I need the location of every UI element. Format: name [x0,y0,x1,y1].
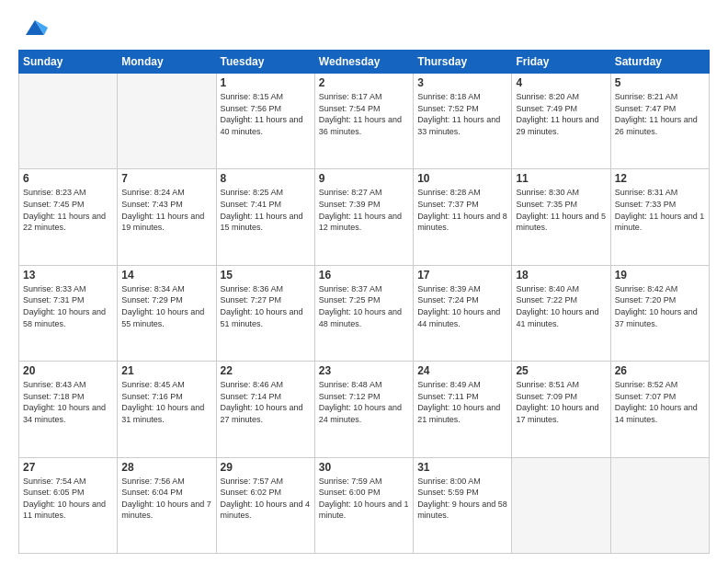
calendar-cell: 27Sunrise: 7:54 AM Sunset: 6:05 PM Dayli… [19,457,118,553]
calendar-cell: 25Sunrise: 8:51 AM Sunset: 7:09 PM Dayli… [512,362,610,457]
cell-info: Sunrise: 8:48 AM Sunset: 7:12 PM Dayligh… [319,379,409,425]
calendar-cell: 30Sunrise: 7:59 AM Sunset: 6:00 PM Dayli… [314,457,413,553]
header [18,15,710,40]
cell-info: Sunrise: 8:46 AM Sunset: 7:14 PM Dayligh… [221,379,311,425]
calendar-cell: 12Sunrise: 8:31 AM Sunset: 7:33 PM Dayli… [610,169,709,265]
calendar-cell: 13Sunrise: 8:33 AM Sunset: 7:31 PM Dayli… [19,265,118,361]
calendar-cell: 28Sunrise: 7:56 AM Sunset: 6:04 PM Dayli… [118,457,216,553]
cell-info: Sunrise: 8:30 AM Sunset: 7:35 PM Dayligh… [516,187,606,233]
day-number: 16 [319,269,409,282]
calendar-cell: 5Sunrise: 8:21 AM Sunset: 7:47 PM Daylig… [610,74,709,169]
cell-info: Sunrise: 8:34 AM Sunset: 7:29 PM Dayligh… [121,283,211,329]
cell-info: Sunrise: 8:25 AM Sunset: 7:41 PM Dayligh… [221,187,311,233]
cell-info: Sunrise: 8:39 AM Sunset: 7:24 PM Dayligh… [417,283,507,329]
calendar-week-row: 20Sunrise: 8:43 AM Sunset: 7:18 PM Dayli… [19,362,710,457]
calendar-cell: 24Sunrise: 8:49 AM Sunset: 7:11 PM Dayli… [414,362,512,457]
calendar-week-row: 6Sunrise: 8:23 AM Sunset: 7:45 PM Daylig… [19,169,710,265]
calendar-cell: 1Sunrise: 8:15 AM Sunset: 7:56 PM Daylig… [216,74,314,169]
weekday-header: Thursday [414,51,512,74]
cell-info: Sunrise: 8:17 AM Sunset: 7:54 PM Dayligh… [319,91,409,137]
weekday-header: Saturday [610,51,709,74]
cell-info: Sunrise: 8:40 AM Sunset: 7:22 PM Dayligh… [516,283,606,329]
logo [18,15,48,40]
calendar-body: 1Sunrise: 8:15 AM Sunset: 7:56 PM Daylig… [19,74,710,554]
cell-info: Sunrise: 7:54 AM Sunset: 6:05 PM Dayligh… [23,476,113,522]
cell-info: Sunrise: 8:28 AM Sunset: 7:37 PM Dayligh… [417,187,507,233]
cell-info: Sunrise: 8:51 AM Sunset: 7:09 PM Dayligh… [516,379,606,425]
cell-info: Sunrise: 8:21 AM Sunset: 7:47 PM Dayligh… [615,91,705,137]
calendar-week-row: 1Sunrise: 8:15 AM Sunset: 7:56 PM Daylig… [19,74,710,169]
day-number: 5 [615,76,705,89]
day-number: 25 [516,364,606,377]
calendar-header: SundayMondayTuesdayWednesdayThursdayFrid… [19,51,710,74]
day-number: 30 [319,461,409,474]
calendar-cell: 17Sunrise: 8:39 AM Sunset: 7:24 PM Dayli… [414,265,512,361]
cell-info: Sunrise: 8:52 AM Sunset: 7:07 PM Dayligh… [615,379,705,425]
calendar-cell [19,74,118,169]
calendar-cell: 18Sunrise: 8:40 AM Sunset: 7:22 PM Dayli… [512,265,610,361]
calendar-cell: 6Sunrise: 8:23 AM Sunset: 7:45 PM Daylig… [19,169,118,265]
cell-info: Sunrise: 8:42 AM Sunset: 7:20 PM Dayligh… [615,283,705,329]
day-number: 17 [417,269,507,282]
cell-info: Sunrise: 8:33 AM Sunset: 7:31 PM Dayligh… [23,283,113,329]
day-number: 6 [23,172,113,185]
cell-info: Sunrise: 8:00 AM Sunset: 5:59 PM Dayligh… [417,476,507,522]
cell-info: Sunrise: 8:43 AM Sunset: 7:18 PM Dayligh… [23,379,113,425]
calendar-cell: 29Sunrise: 7:57 AM Sunset: 6:02 PM Dayli… [216,457,314,553]
calendar-cell: 26Sunrise: 8:52 AM Sunset: 7:07 PM Dayli… [610,362,709,457]
cell-info: Sunrise: 8:49 AM Sunset: 7:11 PM Dayligh… [417,379,507,425]
day-number: 10 [417,172,507,185]
weekday-header: Monday [118,51,216,74]
day-number: 23 [319,364,409,377]
calendar-week-row: 27Sunrise: 7:54 AM Sunset: 6:05 PM Dayli… [19,457,710,553]
cell-info: Sunrise: 8:37 AM Sunset: 7:25 PM Dayligh… [319,283,409,329]
calendar-cell [512,457,610,553]
calendar-cell: 20Sunrise: 8:43 AM Sunset: 7:18 PM Dayli… [19,362,118,457]
cell-info: Sunrise: 8:31 AM Sunset: 7:33 PM Dayligh… [615,187,705,233]
calendar-cell: 8Sunrise: 8:25 AM Sunset: 7:41 PM Daylig… [216,169,314,265]
weekday-header: Wednesday [314,51,413,74]
logo-icon [22,15,48,40]
cell-info: Sunrise: 7:57 AM Sunset: 6:02 PM Dayligh… [221,476,311,522]
day-number: 24 [417,364,507,377]
day-number: 26 [615,364,705,377]
cell-info: Sunrise: 8:23 AM Sunset: 7:45 PM Dayligh… [23,187,113,233]
calendar-cell: 7Sunrise: 8:24 AM Sunset: 7:43 PM Daylig… [118,169,216,265]
calendar-cell: 22Sunrise: 8:46 AM Sunset: 7:14 PM Dayli… [216,362,314,457]
calendar-cell: 10Sunrise: 8:28 AM Sunset: 7:37 PM Dayli… [414,169,512,265]
day-number: 9 [319,172,409,185]
day-number: 14 [121,269,211,282]
day-number: 19 [615,269,705,282]
day-number: 4 [516,76,606,89]
day-number: 1 [221,76,311,89]
day-number: 11 [516,172,606,185]
day-number: 13 [23,269,113,282]
calendar-cell: 11Sunrise: 8:30 AM Sunset: 7:35 PM Dayli… [512,169,610,265]
calendar-table: SundayMondayTuesdayWednesdayThursdayFrid… [18,50,710,554]
cell-info: Sunrise: 8:15 AM Sunset: 7:56 PM Dayligh… [221,91,311,137]
day-number: 20 [23,364,113,377]
calendar-cell: 9Sunrise: 8:27 AM Sunset: 7:39 PM Daylig… [314,169,413,265]
day-number: 7 [121,172,211,185]
calendar-cell [610,457,709,553]
cell-info: Sunrise: 8:24 AM Sunset: 7:43 PM Dayligh… [121,187,211,233]
day-number: 31 [417,461,507,474]
calendar-cell: 2Sunrise: 8:17 AM Sunset: 7:54 PM Daylig… [314,74,413,169]
weekday-row: SundayMondayTuesdayWednesdayThursdayFrid… [19,51,710,74]
weekday-header: Tuesday [216,51,314,74]
cell-info: Sunrise: 8:18 AM Sunset: 7:52 PM Dayligh… [417,91,507,137]
calendar-cell: 21Sunrise: 8:45 AM Sunset: 7:16 PM Dayli… [118,362,216,457]
day-number: 15 [221,269,311,282]
cell-info: Sunrise: 7:56 AM Sunset: 6:04 PM Dayligh… [121,476,211,522]
page: SundayMondayTuesdayWednesdayThursdayFrid… [0,0,728,563]
calendar-cell: 15Sunrise: 8:36 AM Sunset: 7:27 PM Dayli… [216,265,314,361]
calendar-week-row: 13Sunrise: 8:33 AM Sunset: 7:31 PM Dayli… [19,265,710,361]
calendar-cell: 3Sunrise: 8:18 AM Sunset: 7:52 PM Daylig… [414,74,512,169]
day-number: 8 [221,172,311,185]
day-number: 18 [516,269,606,282]
calendar-cell: 23Sunrise: 8:48 AM Sunset: 7:12 PM Dayli… [314,362,413,457]
day-number: 22 [221,364,311,377]
cell-info: Sunrise: 8:20 AM Sunset: 7:49 PM Dayligh… [516,91,606,137]
calendar-cell: 14Sunrise: 8:34 AM Sunset: 7:29 PM Dayli… [118,265,216,361]
day-number: 21 [121,364,211,377]
